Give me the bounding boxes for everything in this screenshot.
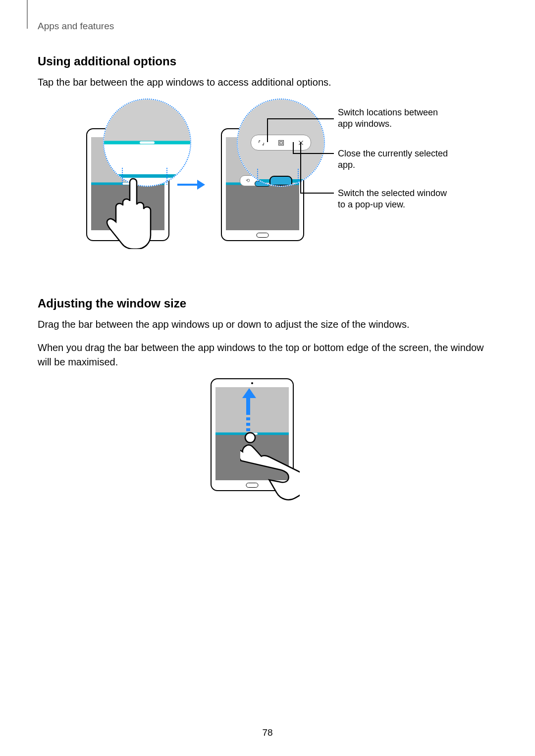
heading-adjusting-window-size: Adjusting the window size: [38, 297, 497, 310]
breadcrumb: Apps and features: [38, 21, 497, 32]
annotation-popup: Switch the selected window to a pop-up v…: [338, 188, 452, 210]
page-tab-mark: [27, 0, 28, 29]
page-number: 78: [0, 727, 535, 738]
body-adjusting-2: When you drag the bar between the app wi…: [38, 341, 497, 369]
body-using-additional-options: Tap the bar between the app windows to a…: [38, 75, 497, 90]
hand-pointer-icon: [240, 428, 300, 507]
arrow-right-icon: [177, 180, 205, 190]
figure-additional-options: ⟲▢✕: [62, 99, 493, 282]
svg-rect-0: [278, 140, 283, 145]
annotation-swap: Switch locations between app windows.: [338, 107, 452, 129]
annotation-close: Close the currently selected app.: [338, 148, 452, 170]
heading-using-additional-options: Using additional options: [38, 54, 497, 68]
popup-icon: [277, 140, 284, 146]
swap-icon: [258, 140, 265, 146]
svg-rect-1: [280, 142, 282, 144]
magnifier-options: [237, 99, 325, 187]
body-adjusting-1: Drag the bar between the app windows up …: [38, 317, 497, 332]
hand-pointer-icon: [102, 170, 161, 249]
svg-point-2: [245, 433, 255, 443]
figure-adjust-size: [52, 378, 483, 512]
